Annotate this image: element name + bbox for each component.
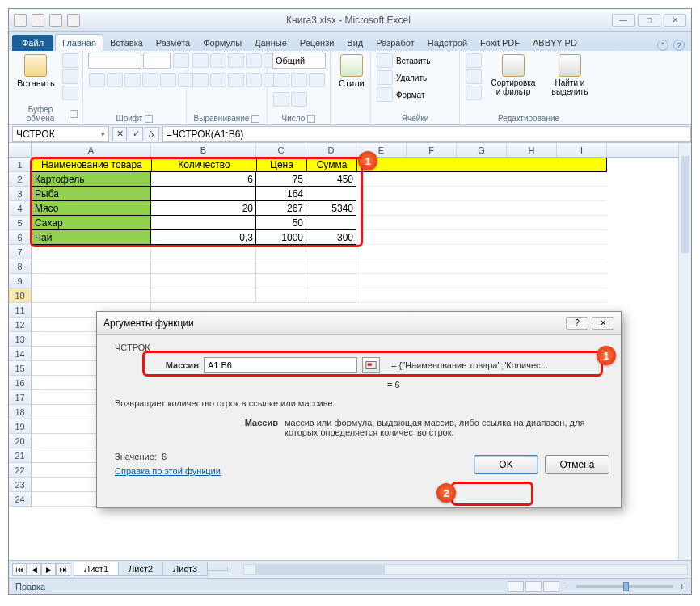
currency-icon[interactable] [273,73,289,87]
row-header[interactable]: 20 [9,434,32,448]
col-header-d[interactable]: D [306,143,356,157]
zoom-out-icon[interactable]: − [564,582,569,591]
clear-icon[interactable] [466,86,482,100]
row-header[interactable]: 19 [9,419,32,434]
col-header-g[interactable]: G [457,143,507,157]
bold-icon[interactable] [89,73,105,87]
cell[interactable] [306,259,356,274]
clipboard-launcher-icon[interactable] [70,110,78,118]
scrollbar-thumb[interactable] [255,565,385,574]
cell[interactable] [32,288,151,303]
chevron-down-icon[interactable]: ▾ [101,130,105,138]
align-middle-icon[interactable] [210,53,226,68]
paste-button[interactable]: Вставить [14,53,58,90]
close-button[interactable]: ✕ [664,14,686,27]
row-header[interactable]: 2 [9,172,32,187]
cells-delete-button[interactable]: Удалить [376,69,427,86]
tab-view[interactable]: Вид [340,35,369,51]
alignment-launcher-icon[interactable] [251,115,259,123]
arg-input[interactable] [204,357,357,373]
decrease-decimal-icon[interactable] [291,92,307,107]
sort-filter-button[interactable]: Сортировка и фильтр [486,53,541,98]
tab-home[interactable]: Главная [55,34,103,51]
cell[interactable]: 20 [151,201,256,216]
cell[interactable] [151,187,256,201]
cell[interactable]: 75 [256,172,306,187]
cell[interactable] [151,259,256,274]
cell[interactable] [306,274,356,288]
decrease-indent-icon[interactable] [246,73,262,87]
col-header-h[interactable]: H [507,143,557,157]
cell[interactable] [32,274,151,288]
tab-review[interactable]: Рецензи [293,35,341,51]
row-header[interactable]: 22 [9,463,32,478]
minimize-ribbon-icon[interactable]: ⌃ [657,40,668,51]
cell[interactable] [356,158,607,172]
cell[interactable] [256,274,306,288]
dialog-help-button[interactable]: ? [566,317,588,330]
sheet-nav-next-icon[interactable]: ▶ [41,563,56,576]
insert-function-icon[interactable]: fx [145,127,159,141]
orientation-icon[interactable] [246,53,262,68]
col-header-b[interactable]: B [151,143,256,157]
cell[interactable]: Количество [151,158,256,172]
scrollbar-thumb[interactable] [681,156,689,253]
font-launcher-icon[interactable] [145,115,153,123]
zoom-slider[interactable] [576,585,673,588]
comma-icon[interactable] [309,73,325,87]
row-header[interactable]: 12 [9,318,32,332]
range-selector-button[interactable] [362,357,380,373]
styles-button[interactable]: Стили [335,53,368,90]
cell[interactable]: 450 [306,172,356,187]
tab-addins[interactable]: Надстрой [421,35,474,51]
cell[interactable]: Сахар [32,216,151,230]
cell[interactable] [256,245,306,259]
cell[interactable] [356,245,607,259]
row-header[interactable]: 9 [9,274,32,288]
italic-icon[interactable] [107,73,123,87]
sheet-nav-first-icon[interactable]: ⏮ [12,563,27,576]
row-header[interactable]: 14 [9,347,32,361]
cell[interactable]: 5340 [306,201,356,216]
font-name-combo[interactable] [88,53,141,69]
minimize-button[interactable]: — [612,14,635,27]
copy-icon[interactable] [62,69,78,84]
cell[interactable]: Картофель [32,172,151,187]
name-box[interactable]: ЧСТРОК ▾ [12,126,109,142]
align-top-icon[interactable] [192,53,209,68]
cell[interactable] [32,245,151,259]
cell[interactable]: 0,3 [151,230,256,245]
cell[interactable]: Цена [256,158,306,172]
tab-abbyy[interactable]: ABBYY PD [526,35,584,51]
number-launcher-icon[interactable] [307,115,315,123]
row-header[interactable]: 6 [9,230,32,245]
row-header[interactable]: 3 [9,187,32,201]
row-header[interactable]: 16 [9,376,32,390]
cell[interactable]: 50 [256,216,306,230]
dialog-titlebar[interactable]: Аргументы функции ? ✕ [97,312,621,335]
underline-icon[interactable] [124,73,141,87]
maximize-button[interactable]: □ [638,14,660,27]
view-normal-icon[interactable] [508,581,524,592]
zoom-in-icon[interactable]: + [680,582,685,591]
number-format-combo[interactable]: Общий [272,53,326,69]
find-select-button[interactable]: Найти и выделить [544,53,596,98]
font-size-combo[interactable] [143,53,171,69]
tab-data[interactable]: Данные [248,35,293,51]
row-header[interactable]: 4 [9,201,32,216]
enter-formula-icon[interactable]: ✓ [129,127,143,141]
cell[interactable] [356,187,607,201]
border-icon[interactable] [142,73,158,87]
row-header[interactable]: 1 [9,158,32,172]
cell[interactable] [306,216,356,230]
dialog-close-button[interactable]: ✕ [592,317,614,330]
align-bottom-icon[interactable] [228,53,244,68]
tab-formulas[interactable]: Формулы [196,35,248,51]
cell[interactable]: Чай [32,230,151,245]
tab-layout[interactable]: Размета [150,35,196,51]
align-left-icon[interactable] [192,73,209,87]
cell[interactable] [306,245,356,259]
save-icon[interactable] [32,14,44,27]
sheet-tab[interactable]: Лист1 [74,562,119,576]
col-header-a[interactable]: A [32,143,151,157]
